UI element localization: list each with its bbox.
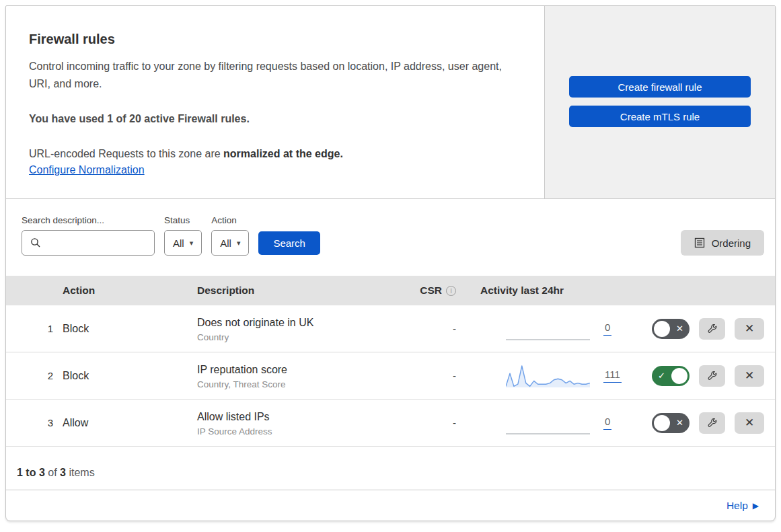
arrow-right-icon: ▶	[753, 501, 759, 510]
activity-sparkline	[506, 410, 590, 436]
firewall-rules-page: Firewall rules Control incoming traffic …	[5, 5, 776, 521]
rule-controls: ✓ ✕	[652, 365, 764, 387]
status-dropdown-value: All	[173, 237, 184, 249]
filter-bar: Search description... Status All ▾ Actio…	[6, 199, 775, 276]
action-dropdown[interactable]: All ▾	[211, 230, 249, 256]
action-dropdown-value: All	[220, 237, 231, 249]
usage-summary: You have used 1 of 20 active Firewall ru…	[29, 110, 513, 128]
table-row: 1 Block Does not originate in UK Country…	[6, 305, 775, 352]
toggle-knob	[671, 368, 687, 384]
close-icon: ✕	[745, 417, 754, 428]
toggle-knob	[654, 415, 670, 431]
page-description: Control incoming traffic to your zone by…	[29, 58, 513, 93]
pagination-items: items	[69, 467, 94, 478]
activity-sparkline	[506, 315, 590, 342]
rule-number: 2	[22, 370, 63, 381]
rule-enable-toggle[interactable]: ✕	[652, 413, 690, 433]
page-title: Firewall rules	[29, 32, 517, 47]
rule-fields: Country, Threat Score	[197, 379, 406, 389]
help-link-label: Help	[727, 500, 748, 512]
configure-normalization-link[interactable]: Configure Normalization	[29, 164, 145, 176]
chevron-down-icon: ▾	[237, 239, 241, 248]
normalization-text: URL-encoded Requests to this zone are	[29, 148, 223, 159]
rule-fields: IP Source Address	[197, 426, 406, 436]
create-mtls-rule-button[interactable]: Create mTLS rule	[569, 106, 751, 127]
rule-controls: ✕ ✕	[652, 412, 764, 434]
rule-description-cell: Does not originate in UK Country	[197, 315, 406, 342]
rule-title: IP reputation score	[197, 363, 406, 377]
close-icon: ✕	[745, 323, 754, 334]
pagination-range: 1 to 3	[17, 467, 45, 478]
ordering-button[interactable]: Ordering	[681, 230, 764, 256]
rule-number: 3	[22, 417, 63, 428]
activity-count-link[interactable]: 0	[603, 321, 611, 336]
table-header-row: Action Description CSR i Activity last 2…	[6, 276, 775, 305]
activity-count-link[interactable]: 0	[603, 416, 611, 430]
help-link[interactable]: Help ▶	[727, 500, 759, 512]
create-firewall-rule-button[interactable]: Create firewall rule	[569, 76, 751, 98]
pagination-of: of	[48, 467, 57, 478]
wrench-icon	[706, 323, 718, 334]
delete-rule-button[interactable]: ✕	[735, 412, 764, 434]
delete-rule-button[interactable]: ✕	[735, 365, 764, 387]
chevron-down-icon: ▾	[190, 239, 194, 248]
toggle-knob	[654, 321, 670, 337]
table-row: 3 Allow Allow listed IPs IP Source Addre…	[6, 400, 775, 447]
edit-rule-button[interactable]	[699, 318, 725, 340]
toggle-state-icon: ✓	[658, 371, 665, 381]
status-filter-group: Status All ▾	[164, 215, 202, 256]
search-group: Search description...	[22, 215, 155, 256]
activity-count-link[interactable]: 111	[603, 369, 622, 383]
intro-block: Firewall rules Control incoming traffic …	[6, 6, 544, 198]
rule-number: 1	[22, 323, 63, 334]
search-label: Search description...	[22, 215, 155, 225]
info-icon[interactable]: i	[446, 286, 456, 296]
status-dropdown[interactable]: All ▾	[164, 230, 202, 256]
ordering-button-label: Ordering	[712, 237, 751, 249]
activity-column-header: Activity last 24hr	[456, 284, 624, 297]
pagination-summary: 1 to 3 of 3 items	[6, 447, 775, 490]
normalization-note: URL-encoded Requests to this zone are no…	[29, 145, 513, 163]
description-column-header: Description	[197, 284, 406, 297]
table-row: 2 Block IP reputation score Country, Thr…	[6, 352, 775, 400]
actions-panel: Create firewall rule Create mTLS rule	[544, 6, 775, 198]
page-header-section: Firewall rules Control incoming traffic …	[6, 6, 775, 199]
toggle-state-icon: ✕	[676, 418, 683, 428]
rule-activity-cell: 0	[456, 315, 624, 342]
rule-description-cell: IP reputation score Country, Threat Scor…	[197, 363, 406, 389]
rule-title: Allow listed IPs	[197, 410, 406, 424]
rule-fields: Country	[197, 332, 406, 342]
rule-action: Block	[63, 370, 197, 382]
csr-header-label: CSR	[420, 284, 442, 297]
search-icon	[30, 237, 41, 248]
action-filter-group: Action All ▾	[211, 215, 249, 256]
close-icon: ✕	[745, 370, 754, 381]
wrench-icon	[706, 370, 718, 381]
rule-action: Block	[63, 323, 197, 335]
rule-activity-cell: 111	[456, 363, 624, 389]
search-box[interactable]	[22, 230, 155, 256]
action-column-header: Action	[63, 284, 197, 297]
wrench-icon	[706, 417, 718, 428]
normalization-bold-text: normalized at the edge.	[223, 148, 343, 159]
filter-controls: Search description... Status All ▾ Actio…	[22, 215, 320, 256]
rule-description-cell: Allow listed IPs IP Source Address	[197, 410, 406, 436]
edit-rule-button[interactable]	[699, 365, 725, 387]
rule-title: Does not originate in UK	[197, 315, 406, 330]
help-bar: Help ▶	[6, 490, 775, 521]
rule-action: Allow	[63, 417, 197, 429]
rule-activity-cell: 0	[456, 410, 624, 436]
rule-enable-toggle[interactable]: ✓	[652, 366, 690, 386]
pagination-total: 3	[60, 467, 66, 478]
rule-enable-toggle[interactable]: ✕	[652, 319, 690, 339]
search-input[interactable]	[45, 237, 149, 249]
activity-sparkline	[506, 363, 590, 389]
delete-rule-button[interactable]: ✕	[735, 318, 764, 340]
list-document-icon	[694, 237, 705, 248]
edit-rule-button[interactable]	[699, 412, 725, 434]
status-label: Status	[164, 215, 202, 225]
search-button[interactable]: Search	[258, 231, 320, 255]
toggle-state-icon: ✕	[676, 324, 683, 334]
rule-controls: ✕ ✕	[652, 318, 764, 340]
action-label: Action	[211, 215, 249, 225]
